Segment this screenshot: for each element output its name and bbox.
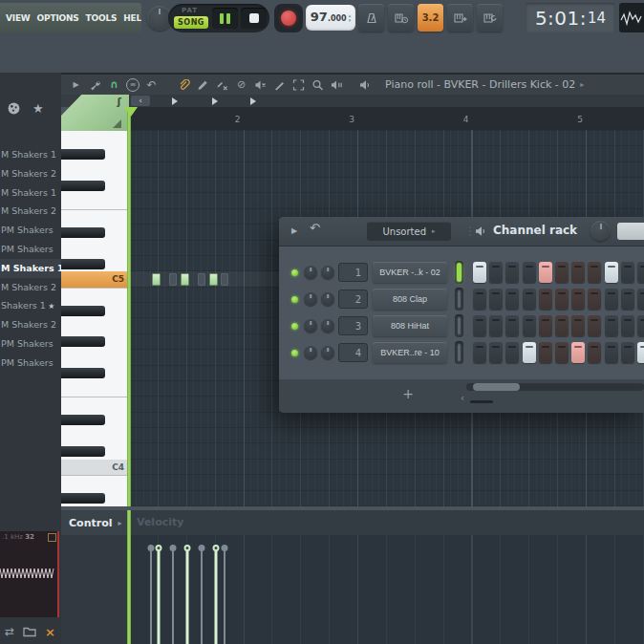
channel-pan-knob[interactable] — [304, 266, 317, 279]
note[interactable] — [209, 273, 218, 286]
step-button[interactable] — [523, 289, 536, 310]
step-button[interactable] — [539, 315, 552, 336]
playhead-marker[interactable] — [124, 107, 138, 117]
undo-icon[interactable]: ↶ — [144, 78, 159, 92]
note[interactable] — [152, 273, 161, 286]
step-button[interactable] — [571, 289, 585, 310]
pause-button[interactable] — [212, 8, 238, 29]
channel-select-fader[interactable] — [455, 261, 463, 284]
oscilloscope[interactable] — [619, 3, 644, 32]
piano-key-black[interactable] — [61, 306, 105, 316]
channel-name-button[interactable]: BVKER..re - 10 — [373, 342, 447, 363]
velocity-stem[interactable] — [147, 545, 155, 644]
browser-item[interactable]: M Shakers 2 — [0, 164, 61, 183]
step-button[interactable] — [489, 342, 503, 363]
plugin-sphere-icon[interactable] — [7, 101, 21, 116]
menu-item-view[interactable]: VIEW — [6, 13, 31, 23]
piano-key-white[interactable] — [61, 288, 129, 303]
timeline-ruler[interactable]: 2345 — [129, 107, 644, 130]
draw-tool-icon[interactable] — [88, 78, 102, 92]
step-button[interactable] — [555, 342, 569, 363]
piano-key-black[interactable] — [61, 493, 105, 504]
favorites-star-icon[interactable]: ★ — [32, 101, 44, 116]
channel-select-fader[interactable] — [455, 288, 463, 311]
browser-item[interactable]: M Shakers 1 — [0, 259, 61, 278]
piano-key-white[interactable] — [61, 350, 129, 365]
ghost-note[interactable] — [169, 273, 177, 286]
swap-icon[interactable]: ⇄ — [5, 625, 14, 638]
channel-enable-led[interactable] — [291, 296, 298, 303]
select-tool-icon[interactable] — [291, 78, 306, 92]
ghost-note[interactable] — [198, 273, 205, 286]
step-button[interactable] — [605, 289, 618, 310]
piano-key-white[interactable] — [61, 319, 129, 334]
channel-enable-led[interactable] — [291, 323, 298, 330]
rack-volume-knob[interactable] — [590, 221, 611, 241]
browser-item[interactable]: M Shakers 2 — [0, 315, 61, 334]
velocity-stem[interactable] — [221, 545, 228, 644]
step-button[interactable] — [473, 342, 486, 363]
menu-icon[interactable]: ≡ — [126, 78, 140, 92]
step-button[interactable] — [539, 342, 552, 363]
piano-key-black[interactable] — [61, 368, 105, 378]
step-button[interactable] — [637, 342, 644, 363]
velocity-stem[interactable] — [155, 545, 162, 644]
piano-key-white[interactable] — [61, 209, 129, 225]
prohibit-tool-icon[interactable]: ⊘ — [234, 78, 248, 92]
piano-key-white[interactable] — [61, 241, 129, 256]
step-button[interactable] — [588, 289, 601, 310]
piano-key-black[interactable] — [61, 149, 105, 160]
piano-key-white[interactable] — [61, 381, 129, 397]
piano-key-black[interactable] — [61, 446, 105, 457]
pat-song-switch[interactable]: PAT SONG — [174, 6, 208, 31]
piano-key-white[interactable] — [61, 428, 129, 443]
piano-key-white[interactable] — [61, 131, 129, 146]
step-button[interactable] — [588, 315, 601, 336]
snap-magnet-icon[interactable]: ∩ — [107, 78, 121, 92]
step-button[interactable] — [473, 315, 486, 336]
detach-icon[interactable] — [48, 533, 56, 542]
channel-name-button[interactable]: 808 HiHat — [373, 315, 447, 336]
step-button[interactable] — [605, 315, 618, 336]
piano-key-black[interactable] — [61, 336, 105, 347]
channel-select-fader[interactable] — [455, 341, 463, 364]
browser-item[interactable]: M Shakers 2 — [0, 202, 61, 221]
step-button[interactable] — [621, 315, 634, 336]
metronome-button[interactable] — [358, 4, 384, 32]
channel-number[interactable]: 4 — [338, 343, 368, 362]
delete-tool-icon[interactable] — [215, 78, 229, 92]
step-button[interactable] — [605, 262, 618, 283]
piano-key-white[interactable] — [61, 397, 129, 412]
step-button[interactable] — [621, 342, 634, 363]
channel-pan-knob[interactable] — [304, 319, 317, 333]
piano-key-black[interactable] — [61, 227, 105, 238]
piano-keyboard[interactable]: C5C4 — [61, 131, 129, 506]
browser-item[interactable]: M Shakers 2 — [0, 278, 61, 297]
browser-item[interactable]: PM Shakers — [0, 240, 61, 259]
tempo-spinner[interactable]: ▴▾ — [349, 13, 352, 23]
close-icon[interactable]: × — [45, 625, 55, 639]
menu-item-tools[interactable]: TOOLS — [86, 13, 118, 23]
step-button[interactable] — [539, 262, 552, 283]
channel-volume-knob[interactable] — [321, 319, 334, 333]
step-button[interactable] — [523, 342, 536, 363]
browser-item[interactable]: PM Shakers — [0, 334, 61, 354]
group-filter-selector[interactable]: Unsorted ▸ — [367, 222, 451, 241]
record-button[interactable] — [274, 4, 303, 32]
step-button[interactable] — [637, 262, 644, 283]
browser-item[interactable]: M Shakers 1 — [0, 145, 61, 164]
step-button[interactable] — [523, 262, 536, 283]
loop-record-button[interactable] — [477, 4, 503, 32]
wait-for-input-button[interactable] — [388, 4, 414, 32]
playhead-line[interactable] — [127, 107, 131, 506]
step-button[interactable] — [555, 315, 569, 336]
browser-item[interactable]: M Shakers 1 — [0, 183, 61, 203]
browser-item[interactable]: PM Shakers — [0, 221, 61, 240]
channel-select-fader[interactable] — [455, 314, 463, 337]
step-button[interactable] — [621, 262, 634, 283]
step-button[interactable] — [505, 342, 519, 363]
channel-name-button[interactable]: BVKER -..k - 02 — [373, 262, 447, 283]
browser-item[interactable]: Shakers 1 ★ — [0, 296, 61, 315]
step-button[interactable] — [588, 342, 601, 363]
step-button[interactable] — [473, 289, 486, 310]
